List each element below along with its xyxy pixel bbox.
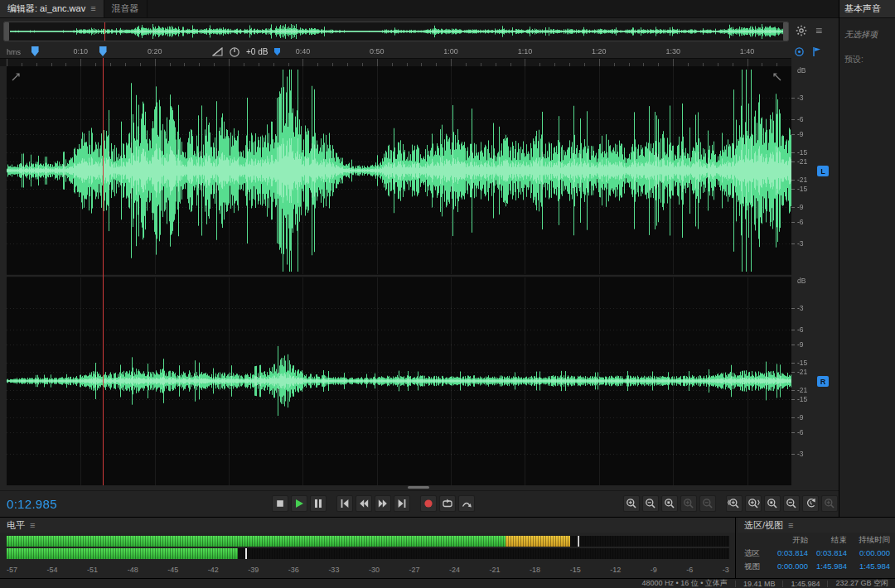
panel-menu-icon[interactable]: ≡ [90,4,95,13]
zoom-to-selection-button[interactable] [661,495,678,512]
rewind-button[interactable] [356,495,372,512]
ruler-right-icons [794,46,822,57]
selection-view-panel: 选区/视图 ≡ 开始 结束 持续时间 选区 0:03.814 0:03.814 … [738,518,895,579]
zoom-out-button[interactable] [642,495,659,512]
meter-scale-label: -42 [208,566,219,574]
view-duration[interactable]: 1:45.984 [847,561,890,572]
settings-gear-icon[interactable] [796,25,807,36]
waveform-editor[interactable]: dB-3-3-6-6-9-9-15-15-21-21LdB-3-3-6-6-9-… [0,66,839,490]
view-start[interactable]: 0:00.000 [769,561,808,572]
loop-button[interactable] [439,495,456,512]
overview-left-handle[interactable] [4,22,9,41]
restore-default-zoom-button[interactable] [802,495,819,512]
transport-controls [272,495,475,512]
tab-essential-sound[interactable]: 基本声音 [839,0,895,18]
fast-forward-button[interactable] [375,495,391,512]
spot-monitor-icon[interactable] [794,46,805,57]
meter-scale-label: -15 [570,566,581,574]
playhead-time-display[interactable]: 0:12.985 [7,497,57,511]
zoom-extra-icon [823,497,836,510]
zoom-in-at-in-point-button[interactable] [726,495,743,512]
overview-navigator[interactable] [3,22,789,41]
record-button[interactable] [420,495,437,512]
overview-right-handle[interactable] [783,22,788,41]
db-scale-label: -15 [797,149,807,157]
db-tick-mark [791,222,795,223]
skip-selection-button[interactable] [458,495,475,512]
db-tick-mark [791,152,795,153]
selection-duration[interactable]: 0:00.000 [847,548,890,559]
selection-start[interactable]: 0:03.814 [769,548,808,559]
status-format: 48000 Hz • 16 位 • 立体声 [642,578,728,588]
col-start: 开始 [769,535,808,546]
zoom-out-full-button[interactable] [783,495,800,512]
meter-fill [7,536,506,547]
pause-button[interactable] [310,495,327,512]
skip-previous-button[interactable] [336,495,353,512]
panel-list-icon[interactable]: ≡ [815,25,822,36]
waveform-canvas[interactable] [7,66,791,485]
zoom-extra-button[interactable] [821,495,838,512]
db-scale-label: dB [797,277,806,285]
meter-scale-label: -54 [47,566,58,574]
db-tick-mark [791,399,795,400]
db-tick-mark [791,243,795,244]
db-tick-mark [791,330,795,330]
zoom-in-at-out-point-icon [747,497,760,510]
playhead-marker[interactable] [99,46,107,56]
meter-peak-indicator [245,548,247,559]
ruler-tick-label: 1:00 [443,47,458,55]
zoom-out-icon [644,497,657,510]
view-end[interactable]: 1:45.984 [808,561,847,572]
pause-icon [312,497,325,510]
overview-playhead [104,22,105,41]
db-tick-mark [791,372,795,373]
db-tick-mark [791,345,795,345]
splitter-grip[interactable] [408,486,429,489]
zoom-in-button[interactable] [623,495,640,512]
zoom-in-at-out-point-button[interactable] [745,495,762,512]
meter-fill [7,548,238,559]
tab-mixer[interactable]: 混音器 [104,0,148,17]
zoom-in-amplitude-button[interactable] [680,495,697,512]
status-bar: 48000 Hz • 16 位 • 立体声 19.41 MB 1:45.984 … [0,578,895,588]
corner-adjust-icon[interactable] [773,70,781,84]
marker-flag-icon[interactable] [811,46,822,57]
db-scale-label: -21 [797,176,807,184]
divider [735,581,736,587]
ruler-band[interactable] [0,58,791,66]
ruler-tick-label: 1:20 [592,47,607,55]
zoom-out-amplitude-button[interactable] [699,495,716,512]
skip-next-button[interactable] [394,495,410,512]
play-button[interactable] [291,495,307,512]
db-scale-gutter: dB-3-3-6-6-9-9-15-15-21-21LdB-3-3-6-6-9-… [791,66,835,485]
overview-waveform[interactable] [10,22,784,41]
play-icon [293,497,306,510]
stop-button[interactable] [272,495,288,512]
skip-selection-icon [460,497,473,510]
panel-menu-icon[interactable]: ≡ [788,521,793,530]
hud-pin-icon[interactable] [273,47,281,56]
gain-knob-icon[interactable] [229,46,240,58]
zoom-to-selection-time-button[interactable] [764,495,781,512]
fade-icon[interactable] [212,47,223,56]
channel-badge-R[interactable]: R [817,376,829,387]
selection-end[interactable]: 0:03.814 [808,548,847,559]
db-tick-mark [791,119,795,120]
db-scale-label: -21 [797,387,807,394]
stop-icon [273,497,287,510]
hud-gain-value[interactable]: +0 dB [246,47,268,56]
zoom-in-at-in-point-icon [728,497,741,510]
channel-badge-L[interactable]: L [817,166,829,176]
meter-scale: -57-54-51-48-45-42-39-36-33-30-27-24-21-… [7,566,729,574]
panel-menu-icon[interactable]: ≡ [30,521,35,530]
selection-marker[interactable] [31,46,39,56]
corner-adjust-icon[interactable] [12,70,20,84]
timeline-ruler[interactable]: hms 0:100:200:400:501:001:101:201:301:40… [0,45,839,66]
db-tick-mark [791,417,795,418]
meter-scale-label: -24 [449,566,460,574]
tab-editor[interactable]: 编辑器: ai_anc.wav ≡ [0,0,104,17]
db-scale-label: -6 [797,326,804,334]
meter-peak-indicator [578,536,579,547]
col-duration: 持续时间 [847,535,890,546]
